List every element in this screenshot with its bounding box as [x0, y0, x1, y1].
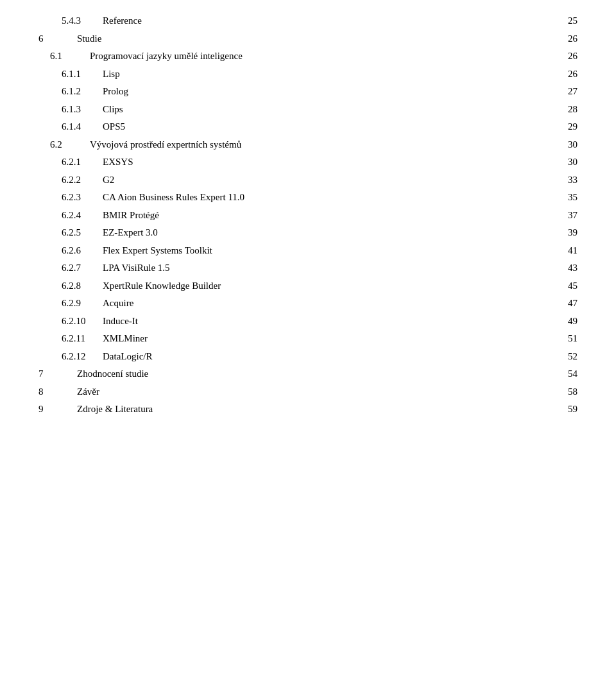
toc-dots	[330, 324, 556, 324]
toc-row: 6.1.2Prolog27	[38, 83, 578, 100]
toc-page-number: 26	[558, 66, 578, 83]
toc-section-number: 6.2.5	[38, 225, 103, 241]
toc-dots	[330, 94, 556, 94]
toc-dots	[330, 164, 556, 165]
toc-section-number: 6.1.3	[38, 101, 103, 118]
toc-row: 6.2.5EZ-Expert 3.039	[38, 225, 578, 241]
toc-page-number: 27	[558, 83, 578, 100]
toc-row: 5.4.3Reference25	[38, 13, 578, 30]
toc-title-wrap: DataLogic/R52	[103, 349, 578, 365]
toc-title-wrap: OPS529	[103, 119, 578, 135]
toc-row: 6.2.9Acquire47	[38, 295, 578, 312]
toc-dots	[330, 76, 556, 77]
toc-dots	[330, 218, 556, 218]
toc-title-wrap: EZ-Expert 3.039	[103, 225, 578, 241]
toc-row: 6.2.6Flex Expert Systems Toolkit41	[38, 243, 578, 259]
toc-title-wrap: BMIR Protégé37	[103, 207, 578, 224]
toc-section-title: Studie	[77, 31, 315, 48]
toc-row: 6.2.12DataLogic/R52	[38, 349, 578, 365]
toc-section-number: 6.2.7	[38, 260, 103, 277]
toc-dots	[330, 182, 556, 183]
toc-dots	[318, 376, 556, 377]
toc-title-wrap: LPA VisiRule 1.543	[103, 260, 578, 277]
toc-title-wrap: G233	[103, 172, 578, 189]
toc-dots	[324, 147, 556, 148]
toc-section-title: XpertRule Knowledge Builder	[103, 278, 328, 295]
toc-title-wrap: Flex Expert Systems Toolkit41	[103, 243, 578, 259]
toc-page-number: 25	[558, 13, 578, 30]
toc-section-number: 6.2.4	[38, 207, 103, 224]
toc-title-wrap: Vývojová prostředí expertních systémů30	[90, 137, 578, 153]
toc-dots	[318, 41, 556, 42]
toc-section-title: DataLogic/R	[103, 349, 328, 365]
toc-section-number: 6.2.10	[38, 313, 103, 330]
toc-title-wrap: XpertRule Knowledge Builder45	[103, 278, 578, 295]
toc-page-number: 41	[558, 243, 578, 259]
toc-page-number: 39	[558, 225, 578, 241]
toc-section-title: Clips	[103, 101, 328, 118]
toc-section-title: Vývojová prostředí expertních systémů	[90, 137, 321, 153]
toc-dots	[330, 359, 556, 359]
toc-title-wrap: Lisp26	[103, 66, 578, 83]
toc-dots	[330, 306, 556, 306]
toc-page-number: 51	[558, 331, 578, 347]
toc-row: 6Studie26	[38, 31, 578, 48]
toc-page-number: 28	[558, 101, 578, 118]
toc-section-number: 6.2.3	[38, 189, 103, 206]
toc-title-wrap: CA Aion Business Rules Expert 11.035	[103, 189, 578, 206]
toc-section-title: Programovací jazyky umělé inteligence	[90, 48, 321, 65]
toc-title-wrap: Prolog27	[103, 83, 578, 100]
toc-row: 7Zhodnocení studie54	[38, 366, 578, 383]
toc-section-number: 6.1.1	[38, 66, 103, 83]
toc-section-title: Acquire	[103, 295, 328, 312]
toc-page-number: 49	[558, 313, 578, 330]
toc-page-number: 26	[558, 31, 578, 48]
toc-row: 6.1.3Clips28	[38, 101, 578, 118]
toc-row: 6.2.10Induce-It49	[38, 313, 578, 330]
toc-row: 6.2.1EXSYS30	[38, 154, 578, 171]
toc-section-number: 9	[38, 401, 77, 418]
toc-dots	[318, 394, 556, 395]
toc-title-wrap: Programovací jazyky umělé inteligence26	[90, 48, 578, 65]
toc-page-number: 35	[558, 189, 578, 206]
toc-title-wrap: Zhodnocení studie54	[77, 366, 578, 383]
toc-section-number: 6.2.12	[38, 349, 103, 365]
toc-section-title: Flex Expert Systems Toolkit	[103, 243, 328, 259]
toc-title-wrap: Reference25	[103, 13, 578, 30]
toc-row: 6.2.7LPA VisiRule 1.543	[38, 260, 578, 277]
toc-dots	[330, 129, 556, 130]
toc-section-number: 6.2.9	[38, 295, 103, 312]
toc-section-title: EXSYS	[103, 154, 328, 171]
toc-section-title: Závěr	[77, 384, 315, 401]
toc-section-number: 6.2.1	[38, 154, 103, 171]
toc-page-number: 47	[558, 295, 578, 312]
toc-section-title: Prolog	[103, 83, 328, 100]
toc-dots	[330, 341, 556, 342]
toc-dots	[330, 288, 556, 289]
toc-dots	[330, 253, 556, 254]
toc-page-number: 26	[558, 48, 578, 65]
table-of-contents: 5.4.3Reference256Studie266.1Programovací…	[38, 13, 578, 418]
toc-title-wrap: Studie26	[77, 31, 578, 48]
toc-page-number: 59	[558, 401, 578, 418]
toc-section-number: 6	[38, 31, 77, 48]
toc-section-number: 8	[38, 384, 77, 401]
toc-title-wrap: Závěr58	[77, 384, 578, 401]
toc-page-number: 37	[558, 207, 578, 224]
toc-title-wrap: Zdroje & Literatura59	[77, 401, 578, 418]
toc-section-title: EZ-Expert 3.0	[103, 225, 328, 241]
toc-row: 6.2.3CA Aion Business Rules Expert 11.03…	[38, 189, 578, 206]
toc-page-number: 30	[558, 137, 578, 153]
toc-section-title: LPA VisiRule 1.5	[103, 260, 328, 277]
toc-section-title: CA Aion Business Rules Expert 11.0	[103, 189, 328, 206]
toc-section-title: Zdroje & Literatura	[77, 401, 315, 418]
toc-page-number: 54	[558, 366, 578, 383]
toc-dots	[330, 112, 556, 112]
toc-section-number: 6.1.2	[38, 83, 103, 100]
toc-dots	[330, 235, 556, 236]
toc-section-number: 6.2.6	[38, 243, 103, 259]
toc-section-title: Induce-It	[103, 313, 328, 330]
toc-section-title: G2	[103, 172, 328, 189]
toc-row: 6.2Vývojová prostředí expertních systémů…	[38, 137, 578, 153]
toc-section-number: 5.4.3	[38, 13, 103, 30]
